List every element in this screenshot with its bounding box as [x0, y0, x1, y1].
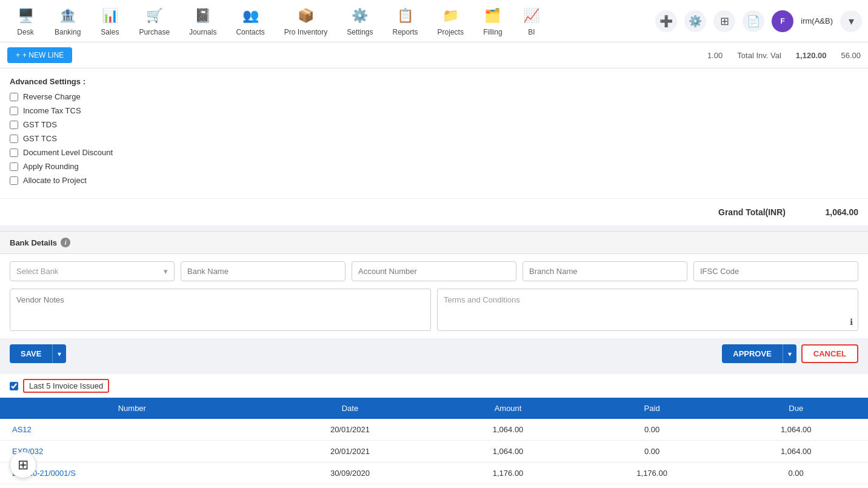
branch-name-input[interactable] [529, 267, 681, 276]
last5-label: Last 5 Invoice Issued [23, 379, 109, 393]
select-bank-chevron-icon: ▾ [164, 267, 168, 276]
nav-journals[interactable]: 📓 Journals [179, 0, 226, 42]
firm-name[interactable]: irm(A&B) [801, 16, 833, 25]
gst-tcs-checkbox[interactable] [10, 135, 18, 143]
doc-level-discount-checkbox[interactable] [10, 149, 18, 157]
col-due: Due [724, 398, 868, 419]
bank-details-header: Bank Details i [0, 231, 868, 254]
banking-icon: 🏦 [58, 6, 78, 25]
invoice-due: 1,064.00 [724, 419, 868, 441]
table-row: E/2020-21/0001/S 30/09/2020 1,176.00 1,1… [0, 463, 868, 484]
nav-purchase[interactable]: 🛒 Purchase [129, 0, 179, 42]
nav-banking[interactable]: 🏦 Banking [45, 0, 90, 42]
invoice-amount: 262.20 [436, 484, 580, 489]
allocate-project-checkbox[interactable] [10, 176, 18, 185]
account-number-input[interactable] [358, 267, 510, 276]
bank-details-info-icon[interactable]: i [61, 238, 70, 247]
action-bar: SAVE ▾ APPROVE ▾ CANCEL [0, 338, 868, 369]
bank-name-input[interactable] [187, 267, 339, 276]
nav-bi[interactable]: 📈 BI [512, 0, 551, 42]
save-button[interactable]: SAVE [10, 344, 52, 363]
reverse-charge-checkbox[interactable] [10, 93, 18, 101]
nav-contacts[interactable]: 👥 Contacts [226, 0, 274, 42]
total-inv-label: Total Inv. Val [737, 51, 781, 60]
firm-avatar: F [772, 10, 793, 32]
ifsc-code-field[interactable] [693, 261, 858, 281]
invoice-number[interactable]: EXP/032 [0, 441, 264, 463]
chevron-down-icon[interactable]: ▾ [840, 10, 862, 32]
right-actions: APPROVE ▾ CANCEL [722, 344, 858, 363]
bank-name-field[interactable] [181, 261, 346, 281]
nav-banking-label: Banking [55, 28, 81, 36]
nav-reports-label: Reports [393, 28, 418, 36]
gst-tds-checkbox[interactable] [10, 121, 18, 129]
invoice-section: Last 5 Invoice Issued Number Date Amount… [0, 374, 868, 488]
reverse-charge-row: Reverse Charge [10, 92, 858, 101]
gst-tcs-row: GST TCS [10, 134, 858, 143]
pro-inventory-icon: 📦 [296, 6, 315, 25]
invoice-paid: 0.00 [580, 441, 724, 463]
grand-total-row: Grand Total(INR) 1,064.00 [0, 199, 868, 226]
last5-checkbox[interactable] [10, 382, 18, 390]
invoice-paid: 0.00 [580, 419, 724, 441]
nav-reports[interactable]: 📋 Reports [383, 0, 428, 42]
nav-pro-inventory-label: Pro Inventory [284, 28, 327, 36]
cancel-button[interactable]: CANCEL [801, 344, 858, 363]
nav-items: 🖥️ Desk 🏦 Banking 📊 Sales 🛒 Purchase 📓 J… [6, 0, 551, 42]
allocate-project-label: Allocate to Project [23, 176, 87, 185]
branch-name-field[interactable] [522, 261, 687, 281]
qty-value: 1.00 [707, 51, 723, 60]
contacts-icon: 👥 [241, 6, 260, 25]
nav-sales[interactable]: 📊 Sales [90, 0, 129, 42]
new-line-button[interactable]: + + NEW LINE [7, 47, 72, 63]
invoice-date: 30/09/2020 [264, 463, 436, 484]
account-number-field[interactable] [352, 261, 516, 281]
approve-button-group: APPROVE ▾ [722, 344, 796, 363]
nav-projects-label: Projects [438, 28, 464, 36]
nav-settings[interactable]: ⚙️ Settings [337, 0, 382, 42]
add-button[interactable]: ➕ [655, 10, 677, 32]
table-row: 540 08/02/2020 262.20 262.20 0.00 [0, 484, 868, 489]
select-bank-placeholder: Select Bank [16, 267, 58, 276]
nav-filling[interactable]: 🗂️ Filling [473, 0, 512, 42]
document-button[interactable]: 📄 [743, 10, 764, 32]
settings-cog-button[interactable]: ⚙️ [684, 10, 706, 32]
gst-tds-row: GST TDS [10, 120, 858, 129]
invoice-number[interactable]: AS12 [0, 419, 264, 441]
nav-projects[interactable]: 📁 Projects [428, 0, 473, 42]
purchase-icon: 🛒 [145, 6, 164, 25]
apply-rounding-checkbox[interactable] [10, 162, 18, 171]
terms-wrapper: Terms and Conditions ℹ [437, 289, 858, 331]
table-row: EXP/032 20/01/2021 1,064.00 0.00 1,064.0… [0, 441, 868, 463]
approve-button[interactable]: APPROVE [722, 344, 783, 363]
vendor-notes-input[interactable] [10, 289, 431, 331]
invoice-amount: 1,064.00 [436, 419, 580, 441]
doc-level-discount-label: Document Level Discount [23, 148, 113, 157]
approve-dropdown-button[interactable]: ▾ [783, 344, 796, 363]
income-tax-tcs-checkbox[interactable] [10, 107, 18, 115]
save-dropdown-button[interactable]: ▾ [52, 344, 66, 363]
terms-info-icon[interactable]: ℹ [850, 317, 853, 327]
grid-button[interactable]: ⊞ [713, 10, 735, 32]
nav-desk[interactable]: 🖥️ Desk [6, 0, 45, 42]
save-button-group: SAVE ▾ [10, 344, 66, 363]
total-inv-value: 1,120.00 [796, 51, 827, 60]
notes-area: Terms and Conditions ℹ [0, 289, 868, 338]
nav-settings-label: Settings [347, 28, 373, 36]
select-bank-dropdown[interactable]: Select Bank ▾ [16, 267, 168, 276]
top-navigation: 🖥️ Desk 🏦 Banking 📊 Sales 🛒 Purchase 📓 J… [0, 0, 868, 42]
col-date: Date [264, 398, 436, 419]
total-info: 1.00 Total Inv. Val 1,120.00 56.00 [707, 51, 861, 60]
apply-rounding-label: Apply Rounding [23, 162, 79, 171]
new-line-label: + NEW LINE [22, 51, 64, 59]
qr-button[interactable]: ⊞ [10, 452, 36, 478]
ifsc-code-input[interactable] [700, 267, 852, 276]
select-bank-field[interactable]: Select Bank ▾ [10, 261, 175, 281]
nav-pro-inventory[interactable]: 📦 Pro Inventory [275, 0, 337, 42]
last5-header: Last 5 Invoice Issued [0, 374, 868, 398]
invoice-number[interactable]: 540 [0, 484, 264, 489]
invoice-number[interactable]: E/2020-21/0001/S [0, 463, 264, 484]
invoice-due: 0.00 [724, 463, 868, 484]
doc-level-discount-row: Document Level Discount [10, 148, 858, 157]
invoice-date: 08/02/2020 [264, 484, 436, 489]
